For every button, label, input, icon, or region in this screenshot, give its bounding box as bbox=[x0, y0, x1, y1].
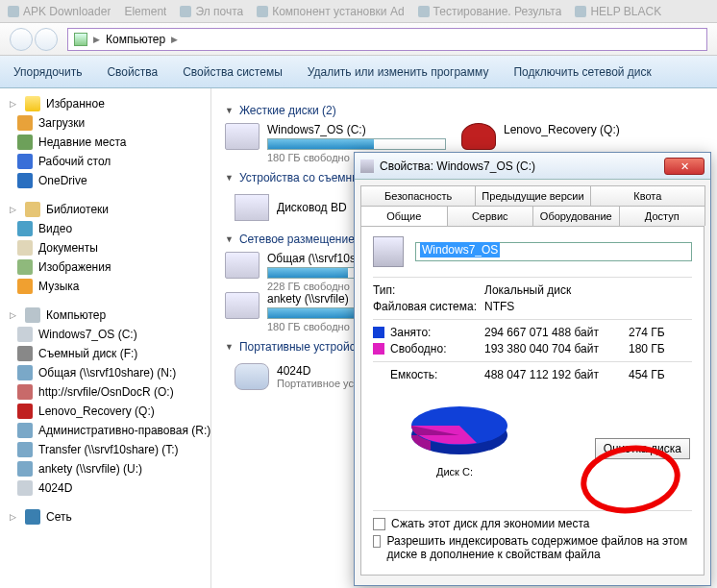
network-drive-icon bbox=[17, 365, 33, 380]
desktop-icon bbox=[17, 154, 33, 169]
tab-sharing[interactable]: Доступ bbox=[619, 206, 706, 226]
drive-usage-bar bbox=[267, 138, 446, 150]
cmd-uninstall[interactable]: Удалить или изменить программу bbox=[308, 65, 489, 79]
free-label: Свободно: bbox=[390, 342, 484, 355]
sidebar-item-onedrive[interactable]: OneDrive bbox=[0, 171, 210, 190]
sidebar-item-removable-f[interactable]: Съемный диск (F:) bbox=[0, 344, 210, 363]
favorites-icon bbox=[25, 96, 40, 111]
sidebar-item-net-o[interactable]: http://srvfile/OsnDocR (O:) bbox=[0, 382, 210, 402]
dialog-title-bar[interactable]: Свойства: Windows7_OS (C:) ✕ bbox=[355, 153, 710, 180]
sidebar-item-music[interactable]: Музыка bbox=[0, 277, 210, 296]
network-drive-icon bbox=[17, 442, 33, 457]
drive-icon bbox=[461, 123, 496, 150]
sidebar-item-lenovo-q[interactable]: Lenovo_Recovery (Q:) bbox=[0, 402, 210, 421]
sidebar-computer[interactable]: ▷Компьютер bbox=[0, 306, 210, 325]
tab-icon bbox=[180, 6, 191, 17]
network-drive-icon bbox=[225, 292, 260, 319]
tab-icon bbox=[575, 6, 586, 17]
used-bytes: 294 667 071 488 байт bbox=[484, 326, 629, 339]
sidebar-item-net-n[interactable]: Общая (\\srvf10share) (N:) bbox=[0, 363, 210, 382]
sidebar-item-images[interactable]: Изображения bbox=[0, 257, 210, 277]
checkbox-icon[interactable] bbox=[373, 518, 385, 530]
tab-tools[interactable]: Сервис bbox=[447, 206, 534, 226]
drive-icon bbox=[360, 159, 374, 173]
dialog-tabs: Безопасность Предыдущие версии Квота Общ… bbox=[355, 180, 710, 226]
compress-checkbox-row[interactable]: Сжать этот диск для экономии места bbox=[373, 517, 692, 530]
chevron-down-icon: ▷ bbox=[10, 99, 19, 109]
sidebar-item-downloads[interactable]: Загрузки bbox=[0, 113, 210, 133]
sidebar-network[interactable]: ▷Сеть bbox=[0, 507, 210, 527]
capacity-bytes: 488 047 112 192 байт bbox=[484, 368, 629, 381]
close-button[interactable]: ✕ bbox=[664, 158, 705, 175]
chevron-down-icon: ▷ bbox=[10, 205, 19, 214]
used-gb: 274 ГБ bbox=[629, 326, 665, 339]
recent-icon bbox=[17, 135, 33, 150]
removable-icon bbox=[17, 346, 33, 361]
sidebar-item-4024d[interactable]: 4024D bbox=[0, 478, 210, 498]
chevron-down-icon: ▼ bbox=[225, 173, 234, 183]
tab-hardware[interactable]: Оборудование bbox=[532, 206, 620, 226]
chevron-down-icon: ▷ bbox=[10, 310, 19, 320]
usage-pie-chart bbox=[402, 391, 517, 462]
sidebar-item-documents[interactable]: Документы bbox=[0, 238, 210, 257]
free-swatch bbox=[373, 343, 384, 355]
downloads-icon bbox=[17, 115, 33, 131]
browser-tab[interactable]: Element bbox=[124, 5, 166, 18]
tab-icon bbox=[418, 6, 430, 17]
network-icon bbox=[25, 509, 40, 525]
chevron-down-icon: ▼ bbox=[225, 234, 234, 244]
browser-tab[interactable]: Компонент установки Ad bbox=[257, 5, 404, 18]
browser-tab[interactable]: Тестирование. Результа bbox=[418, 5, 562, 18]
cmd-organize[interactable]: Упорядочить bbox=[13, 65, 82, 79]
tab-icon bbox=[257, 6, 268, 17]
fs-label: Файловая система: bbox=[373, 300, 484, 313]
disk-cleanup-button[interactable]: Очистка диска bbox=[595, 438, 690, 459]
sidebar-favorites[interactable]: ▷Избранное bbox=[0, 94, 210, 113]
chevron-down-icon: ▼ bbox=[225, 106, 234, 115]
index-checkbox-row[interactable]: Разрешить индексировать содержимое файло… bbox=[373, 534, 692, 561]
type-label: Тип: bbox=[373, 283, 484, 297]
sidebar-item-net-u[interactable]: ankety (\\srvfile) (U:) bbox=[0, 459, 210, 478]
network-drive-icon bbox=[225, 252, 260, 279]
sidebar-item-video[interactable]: Видео bbox=[0, 219, 210, 238]
sidebar-libraries[interactable]: ▷Библиотеки bbox=[0, 200, 210, 219]
documents-icon bbox=[17, 240, 33, 256]
tab-general[interactable]: Общие bbox=[360, 206, 448, 226]
browser-tab[interactable]: Эл почта bbox=[180, 5, 243, 18]
dialog-body: Windows7_OS Тип:Локальный диск Файловая … bbox=[360, 226, 705, 576]
browser-tab[interactable]: APK Downloader bbox=[8, 5, 111, 18]
free-gb: 180 ГБ bbox=[629, 342, 665, 355]
optical-drive-icon bbox=[235, 194, 269, 221]
tab-quota[interactable]: Квота bbox=[590, 185, 705, 206]
cmd-system-properties[interactable]: Свойства системы bbox=[183, 65, 283, 79]
drive-icon bbox=[225, 123, 260, 150]
free-bytes: 193 380 040 704 байт bbox=[484, 342, 629, 355]
tab-security[interactable]: Безопасность bbox=[360, 185, 476, 206]
chevron-down-icon: ▼ bbox=[225, 342, 234, 352]
sidebar-item-net-t[interactable]: Transfer (\\srvf10share) (T:) bbox=[0, 440, 210, 459]
properties-dialog: Свойства: Windows7_OS (C:) ✕ Безопасност… bbox=[354, 152, 711, 586]
sidebar-item-drive-c[interactable]: Windows7_OS (C:) bbox=[0, 325, 210, 344]
volume-name-input[interactable]: Windows7_OS bbox=[415, 242, 692, 261]
cmd-properties[interactable]: Свойства bbox=[107, 65, 158, 79]
device-icon bbox=[17, 480, 33, 496]
tab-previous-versions[interactable]: Предыдущие версии bbox=[475, 185, 590, 206]
sidebar-item-recent[interactable]: Недавние места bbox=[0, 133, 210, 152]
type-value: Локальный диск bbox=[484, 283, 571, 297]
navigation-pane: ▷Избранное Загрузки Недавние места Рабоч… bbox=[0, 88, 211, 588]
used-swatch bbox=[373, 327, 384, 338]
address-box[interactable]: ▶ Компьютер ▶ bbox=[67, 28, 707, 51]
chevron-right-icon: ▶ bbox=[171, 35, 178, 44]
back-button[interactable] bbox=[10, 28, 33, 51]
breadcrumb[interactable]: Компьютер bbox=[106, 33, 165, 46]
sidebar-item-desktop[interactable]: Рабочий стол bbox=[0, 152, 210, 171]
explorer-address-bar: ▶ Компьютер ▶ bbox=[0, 23, 717, 56]
computer-icon bbox=[74, 33, 87, 46]
forward-button[interactable] bbox=[35, 28, 58, 51]
browser-tab[interactable]: HELP BLACK bbox=[575, 5, 661, 18]
section-hard-drives[interactable]: ▼Жесткие диски (2) bbox=[225, 104, 704, 117]
checkbox-icon[interactable] bbox=[373, 535, 381, 548]
capacity-label: Емкость: bbox=[390, 368, 484, 381]
sidebar-item-net-r[interactable]: Административно-правовая (R:) bbox=[0, 421, 210, 440]
cmd-map-drive[interactable]: Подключить сетевой диск bbox=[513, 65, 651, 79]
